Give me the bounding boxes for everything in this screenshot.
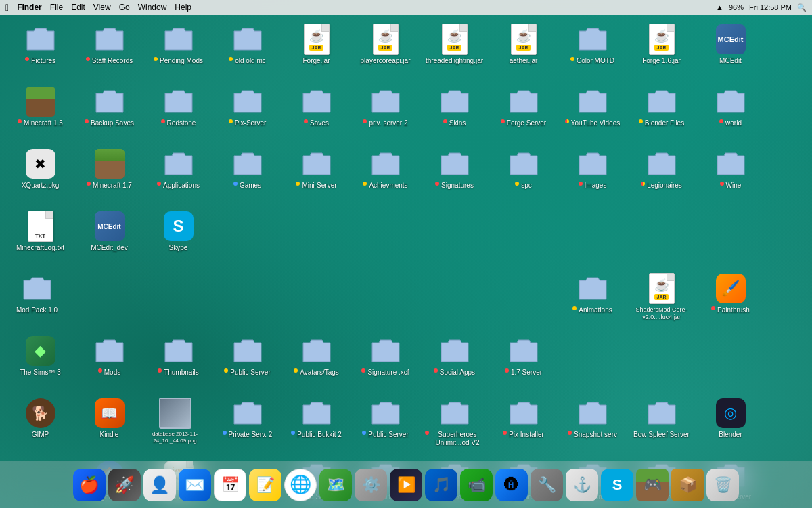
dock-anchor[interactable]: ⚓ [566,469,598,501]
icon-pending-mods[interactable]: Pending Mods [146,20,210,81]
apple-menu[interactable]:  [5,2,9,13]
icon-world[interactable]: world [698,83,763,144]
dock-appstore[interactable]: 🅐 [495,469,528,501]
icon-bow-spleef[interactable]: Bow Spleef Server [629,394,694,455]
battery-percent: 96% [729,3,744,12]
icon-grid: Pictures Staff Records Pending Mods old … [3,18,809,508]
menubar:  Finder File Edit View Go Window Help ▲… [0,0,812,15]
icon-skype[interactable]: S Skype [146,207,210,268]
icon-threadedlighting[interactable]: ☕JAR threadedlighting.jar [422,20,487,81]
icon-kindle[interactable]: 📖 Kindle [77,394,141,455]
icon-applications[interactable]: Applications [146,145,210,206]
icon-wine[interactable]: Wine [698,145,763,206]
menubar-right: ▲ 96% Fri 12:58 PM 🔍 [716,3,812,12]
icon-signatures[interactable]: Signatures [422,145,487,206]
dock-skype[interactable]: S [601,469,633,501]
icon-aether-jar[interactable]: ☕JAR aether.jar [491,20,556,81]
icon-minecraft-17[interactable]: Minecraft 1.7 [77,145,141,206]
icon-mcedit[interactable]: MCEdit MCEdit [698,20,763,81]
dock-chest[interactable]: 📦 [671,469,704,501]
empty-8 [560,332,625,393]
icon-animations[interactable]: Animations [560,270,625,331]
icon-achievments[interactable]: Achievments [353,145,418,206]
icon-games[interactable]: Games [215,145,279,206]
go-menu[interactable]: Go [119,3,130,12]
icon-color-motd[interactable]: Color MOTD [560,20,625,81]
icon-priv-server-2[interactable]: priv. server 2 [353,83,418,144]
icon-pictures[interactable]: Pictures [8,20,72,81]
dock-notes[interactable]: 📝 [249,469,281,501]
icon-public-server-r5[interactable]: Public Server [215,332,279,393]
spotlight-icon[interactable]: 🔍 [797,3,807,12]
icon-backup-saves[interactable]: Backup Saves [77,83,141,144]
icon-screenshot-1[interactable]: database 2013-11-24_10 _44.09.png [146,394,204,455]
icon-pix-installer[interactable]: Pix Installer [491,394,556,455]
icon-superheroes[interactable]: Superheroes Unlimit...od V2 [422,394,487,455]
icon-forge-server[interactable]: Forge Server [491,83,556,144]
icon-legionaires[interactable]: Legionaires [629,145,694,206]
icon-spc[interactable]: spc [491,145,556,206]
dock-contacts[interactable]: 👤 [143,469,176,501]
empty-1 [77,270,141,331]
dock-itunes[interactable]: 🎵 [425,469,457,501]
dock-settings2[interactable]: 🔧 [531,469,563,501]
icon-skins[interactable]: Skins [422,83,487,144]
edit-menu[interactable]: Edit [71,3,85,12]
dock-facetime[interactable]: 📹 [460,469,493,501]
dock-system-prefs[interactable]: ⚙️ [355,469,387,501]
dock-minecraft[interactable]: 🎮 [636,469,669,501]
icon-thumbnails[interactable]: Thumbnails [146,332,210,393]
dock-launchpad[interactable]: 🚀 [108,469,141,501]
icon-snapshot-serv[interactable]: Snapshot serv [560,394,625,455]
icon-sims3[interactable]: ◆ The Sims™ 3 [8,332,72,393]
icon-images[interactable]: Images [560,145,625,206]
icon-blender-app[interactable]: ◎ Blender [698,394,763,455]
file-menu[interactable]: File [50,3,63,12]
empty-9 [629,332,694,393]
icon-shadersmod[interactable]: ☕JAR ShadersMod Core-v2.0....fuc4.jar [629,270,694,331]
icon-private-serv-2[interactable]: Private Serv. 2 [215,394,279,455]
icon-avatars-tags[interactable]: Avatars/Tags [284,332,348,393]
icon-saves[interactable]: Saves [284,83,348,144]
icon-signature-xcf[interactable]: Signature .xcf [353,332,418,393]
dock-calendar[interactable]: 📅 [214,469,246,501]
icon-mcedit-dev[interactable]: MCEdit MCEdit_dev [77,207,141,268]
icon-forge-jar[interactable]: ☕JAR Forge.jar [284,20,348,81]
icon-public-bukkit-2[interactable]: Public Bukkit 2 [284,394,348,455]
empty-4 [284,270,348,331]
icon-forge-16[interactable]: ☕JAR Forge 1.6.jar [629,20,694,81]
icon-mod-pack[interactable]: Mod Pack 1.0 [8,270,66,331]
empty-7 [491,270,556,331]
icon-playercoreapi[interactable]: ☕JAR playercoreapi.jar [353,20,418,81]
dock-finder[interactable]: 🍎 [73,469,106,501]
dock-maps[interactable]: 🗺️ [319,469,352,501]
icon-blender-files[interactable]: Blender Files [629,83,694,144]
icon-redstone[interactable]: Redstone [146,83,210,144]
wifi-icon: ▲ [716,3,723,12]
empty-10 [698,332,763,393]
dock-mail[interactable]: ✉️ [179,469,211,501]
dock-chrome[interactable]: 🌐 [284,469,317,501]
icon-mini-server[interactable]: Mini-Server [284,145,348,206]
icon-gimp[interactable]: 🐕 GIMP [8,394,72,455]
icon-pix-server[interactable]: Pix-Server [215,83,279,144]
icon-old-old-mc[interactable]: old old mc [215,20,279,81]
icon-minecraftlog-txt[interactable]: TXT MinecraftLog.txt [8,207,72,268]
finder-menu[interactable]: Finder [17,3,42,12]
icon-mods[interactable]: Mods [77,332,141,393]
window-menu[interactable]: Window [138,3,167,12]
icon-17-server[interactable]: 1.7 Server [491,332,556,393]
icon-paintbrush[interactable]: 🖌️ Paintbrush [698,270,763,331]
icon-social-apps[interactable]: Social Apps [422,332,487,393]
empty-2 [146,270,210,331]
dock-quicktime[interactable]: ▶️ [390,469,422,501]
view-menu[interactable]: View [93,3,111,12]
icon-youtube-videos[interactable]: YouTube Videos [560,83,625,144]
icon-staff-records[interactable]: Staff Records [77,20,141,81]
dock-trash[interactable]: 🗑️ [706,469,739,501]
icon-xquartz[interactable]: ✖ XQuartz.pkg [8,145,72,206]
icon-public-server-r6[interactable]: Public Server [353,394,418,455]
desktop: Pictures Staff Records Pending Mods old … [0,15,812,461]
help-menu[interactable]: Help [175,3,191,12]
icon-minecraft-15[interactable]: Minecraft 1.5 [8,83,72,144]
